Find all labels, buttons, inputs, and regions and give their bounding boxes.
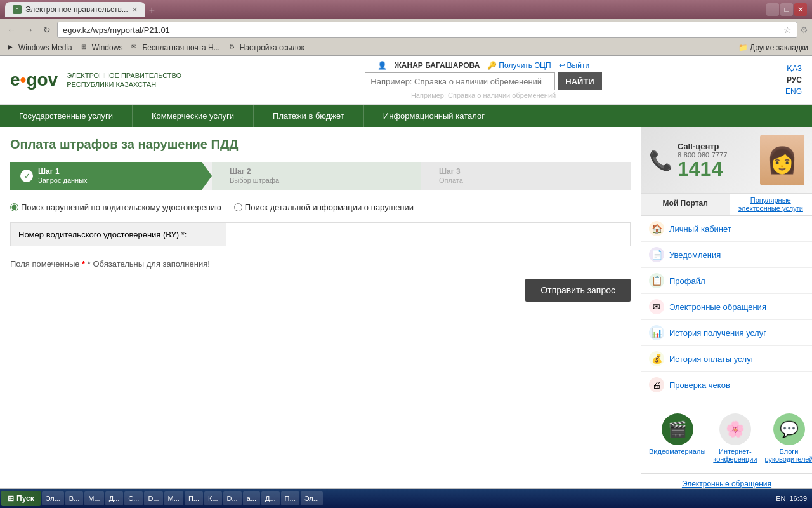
radio-by-license-input[interactable]: [10, 203, 18, 211]
get-ecp-link[interactable]: 🔑 Получить ЭЦП: [487, 61, 551, 70]
appeals-icon: ✉: [649, 299, 664, 314]
search-button[interactable]: НАЙТИ: [558, 72, 601, 90]
bottom-e-appeals-link[interactable]: Электронные обращения: [682, 479, 771, 488]
bookmark-free-mail[interactable]: ✉ Бесплатная почта Н...: [128, 42, 223, 53]
main-navigation: Государственные услуги Коммерческие услу…: [0, 105, 812, 127]
logout-link[interactable]: ↩ Выйти: [559, 61, 590, 70]
refresh-button[interactable]: ↻: [39, 22, 55, 37]
service-history-link[interactable]: История получения услуг: [669, 328, 766, 338]
step-2-sublabel: Выбор штрафа: [230, 177, 279, 184]
license-number-label: Номер водительского удостоверения (ВУ) *…: [11, 223, 226, 246]
forward-button[interactable]: →: [22, 22, 37, 37]
url-text: egov.kz/wps/myportal/P21.01: [63, 25, 783, 35]
lang-rus-link[interactable]: РУС: [787, 74, 802, 86]
taskbar-item-3[interactable]: М...: [84, 491, 103, 505]
user-name: ЖАНАР БАГАШАРОВА: [395, 61, 480, 70]
payment-history-link[interactable]: История оплаты услуг: [669, 354, 754, 364]
required-suffix: * Обязательны для заполнения!: [88, 259, 210, 269]
personal-account-link[interactable]: Личный кабинет: [669, 224, 731, 234]
maximize-button[interactable]: □: [780, 3, 793, 16]
taskbar-item-14[interactable]: Эл...: [301, 491, 323, 505]
search-input[interactable]: [365, 72, 555, 90]
bookmark-star-icon[interactable]: ☆: [783, 25, 792, 35]
lang-kaz-link[interactable]: ҚАЗ: [787, 63, 802, 74]
license-number-input[interactable]: [226, 223, 630, 246]
submit-button[interactable]: Отправить запрос: [525, 279, 631, 302]
taskbar-item-5[interactable]: С...: [124, 491, 143, 505]
notifications-icon: 📄: [649, 247, 664, 262]
tab-favicon: e: [13, 5, 22, 14]
payment-icon: 💰: [649, 351, 664, 366]
taskbar-item-2[interactable]: В...: [65, 491, 84, 505]
start-button[interactable]: ⊞ Пуск: [1, 491, 41, 506]
step-1-label: Шаг 1: [38, 167, 88, 176]
taskbar-item-12[interactable]: Д...: [261, 491, 280, 505]
sidebar-item-payment-history[interactable]: 💰 История оплаты услуг: [641, 346, 812, 372]
license-label-text: Номер водительского удостоверения (ВУ) *…: [18, 230, 187, 239]
sidebar-tabs: Мой Портал Популярные электронные услуги: [641, 194, 812, 216]
radio-by-license[interactable]: Поиск нарушений по водительскому удостов…: [10, 203, 221, 212]
taskbar-item-10[interactable]: D...: [223, 491, 242, 505]
sidebar-item-service-history[interactable]: 📊 История получения услуг: [641, 320, 812, 346]
radio-by-detail-input[interactable]: [234, 203, 242, 211]
notifications-link[interactable]: Уведомления: [669, 250, 721, 260]
step-2: Шаг 2 Выбор штрафа: [212, 162, 421, 190]
sidebar-item-personal-account[interactable]: 🏠 Личный кабинет: [641, 216, 812, 242]
browser-chrome: ← → ↻ egov.kz/wps/myportal/P21.01 ☆ ⚙ ▶ …: [0, 19, 812, 56]
sidebar-item-e-appeals[interactable]: ✉ Электронные обращения: [641, 294, 812, 320]
taskbar-item-11[interactable]: а...: [243, 491, 260, 505]
callcenter-title: Call-центр: [678, 142, 755, 151]
e-appeals-link[interactable]: Электронные обращения: [669, 302, 766, 312]
conference-label: Интернет-конференции: [713, 448, 757, 463]
taskbar-item-13[interactable]: П...: [281, 491, 299, 505]
step-3-content: Шаг 3 Оплата: [439, 167, 463, 185]
nav-state-services[interactable]: Государственные услуги: [0, 105, 133, 127]
nav-budget-payments[interactable]: Платежи в бюджет: [254, 105, 364, 127]
bookmark-windows-media[interactable]: ▶ Windows Media: [4, 42, 76, 53]
new-tab-button[interactable]: +: [145, 3, 159, 17]
phone-icon: 📞: [649, 149, 672, 171]
profile-link[interactable]: Профайл: [669, 276, 705, 286]
nav-commercial-services[interactable]: Коммерческие услуги: [133, 105, 254, 127]
address-bar[interactable]: egov.kz/wps/myportal/P21.01 ☆: [57, 22, 797, 38]
taskbar-item-4[interactable]: Д...: [105, 491, 124, 505]
browser-tab-active[interactable]: e Электронное правительств... ✕: [5, 2, 145, 17]
logo-area: e•gov ЭЛЕКТРОННОЕ ПРАВИТЕЛЬСТВО РЕСПУБЛИ…: [10, 70, 181, 90]
operator-image: 👩: [760, 135, 804, 185]
service-conference[interactable]: 🌸 Интернет-конференции: [710, 408, 759, 468]
taskbar-item-9[interactable]: К...: [204, 491, 222, 505]
callcenter-number: 1414: [678, 159, 755, 179]
bookmarks-other[interactable]: 📁 Другие закладки: [738, 43, 808, 52]
user-info-row: 👤 ЖАНАР БАГАШАРОВА 🔑 Получить ЭЦП ↩ Выйт…: [377, 61, 589, 70]
radio-by-detail[interactable]: Поиск детальной информации о нарушении: [234, 203, 414, 212]
service-video[interactable]: 🎬 Видеоматериалы: [646, 408, 708, 468]
close-button[interactable]: ✕: [794, 3, 807, 16]
tab-close-btn[interactable]: ✕: [132, 6, 138, 14]
bookmark-windows[interactable]: ⊞ Windows: [77, 42, 127, 53]
check-receipts-link[interactable]: Проверка чеков: [669, 380, 730, 390]
sidebar-bottom-link: Электронные обращения: [641, 474, 812, 488]
settings-icon[interactable]: ⚙: [800, 25, 808, 35]
nav-info-catalog[interactable]: Информационный каталог: [364, 105, 504, 127]
taskbar-item-8[interactable]: П...: [185, 491, 203, 505]
main-content: Оплата штрафов за нарушение ПДД ✓ Шаг 1 …: [0, 127, 641, 488]
taskbar-items: Эл... В... М... Д... С... D... М... П...…: [42, 491, 771, 505]
taskbar-item-7[interactable]: М...: [164, 491, 183, 505]
bookmark-favicon: ▶: [8, 43, 16, 52]
taskbar-item-6[interactable]: D...: [144, 491, 162, 505]
taskbar-item-1[interactable]: Эл...: [42, 491, 64, 505]
service-blogs[interactable]: 💬 Блоги руководителей: [763, 408, 812, 468]
sidebar: 📞 Call-центр 8-800-080-7777 1414 👩 Мой П…: [641, 127, 812, 488]
sidebar-tab-my-portal[interactable]: Мой Портал: [641, 194, 730, 215]
minimize-button[interactable]: ─: [766, 3, 779, 16]
sidebar-item-profile[interactable]: 📋 Профайл: [641, 268, 812, 294]
taskbar-time: 16:39: [789, 495, 807, 502]
lang-eng-link[interactable]: ENG: [785, 86, 802, 97]
step-2-content: Шаг 2 Выбор штрафа: [230, 167, 279, 185]
sidebar-item-notifications[interactable]: 📄 Уведомления: [641, 242, 812, 268]
back-button[interactable]: ←: [4, 22, 19, 37]
sidebar-tab-popular-services[interactable]: Популярные электронные услуги: [730, 194, 813, 215]
sidebar-item-check-receipts[interactable]: 🖨 Проверка чеков: [641, 372, 812, 398]
window-controls: ─ □ ✕: [766, 3, 807, 16]
bookmark-settings-links[interactable]: ⚙ Настройка ссылок: [225, 42, 308, 53]
